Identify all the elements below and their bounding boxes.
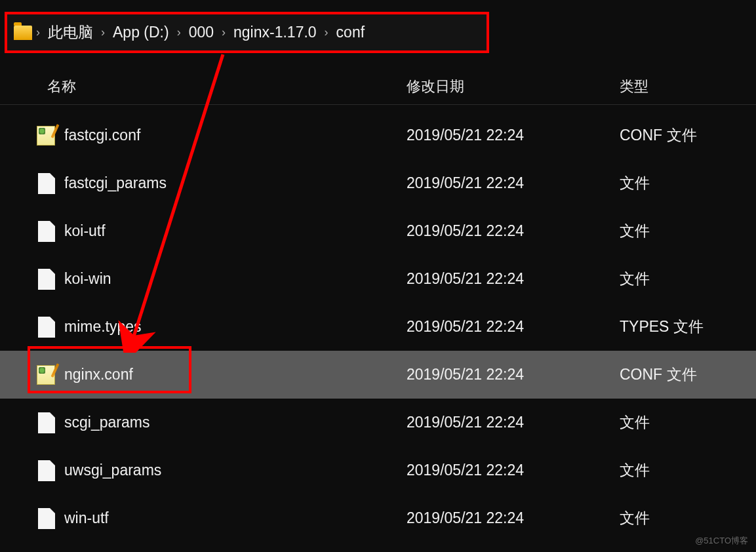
- file-icon: [38, 317, 55, 338]
- file-modified: 2019/05/21 22:24: [407, 414, 620, 431]
- breadcrumb-item[interactable]: App (D:): [105, 24, 177, 41]
- file-row[interactable]: win-utf2019/05/21 22:24文件: [0, 494, 756, 542]
- file-name: scgi_params: [64, 414, 407, 431]
- breadcrumb-item[interactable]: nginx-1.17.0: [226, 24, 325, 41]
- file-type: 文件: [620, 460, 650, 481]
- file-modified: 2019/05/21 22:24: [407, 222, 620, 240]
- file-name: koi-utf: [64, 222, 407, 240]
- breadcrumb[interactable]: › 此电脑 › App (D:) › 000 › nginx-1.17.0 › …: [5, 12, 489, 53]
- file-type: CONF 文件: [620, 125, 697, 146]
- file-type: TYPES 文件: [620, 317, 704, 337]
- breadcrumb-item[interactable]: 000: [181, 24, 222, 41]
- column-header-modified[interactable]: 修改日期: [407, 77, 620, 96]
- file-row[interactable]: koi-utf2019/05/21 22:24文件: [0, 207, 756, 255]
- file-modified: 2019/05/21 22:24: [407, 270, 620, 288]
- file-row[interactable]: mime.types2019/05/21 22:24TYPES 文件: [0, 303, 756, 351]
- file-modified: 2019/05/21 22:24: [407, 509, 620, 527]
- folder-icon: [14, 26, 32, 40]
- breadcrumb-item[interactable]: conf: [328, 24, 372, 41]
- file-name: win-utf: [64, 509, 407, 527]
- file-icon: [38, 221, 55, 242]
- file-row[interactable]: koi-win2019/05/21 22:24文件: [0, 255, 756, 303]
- watermark: @51CTO博客: [695, 535, 748, 547]
- file-name: nginx.conf: [64, 366, 407, 384]
- file-type: 文件: [620, 269, 650, 289]
- conf-file-icon: [37, 126, 55, 146]
- file-name: koi-win: [64, 270, 407, 288]
- file-modified: 2019/05/21 22:24: [407, 462, 620, 479]
- file-modified: 2019/05/21 22:24: [407, 318, 620, 336]
- file-modified: 2019/05/21 22:24: [407, 366, 620, 384]
- file-row[interactable]: fastcgi.conf2019/05/21 22:24CONF 文件: [0, 111, 756, 159]
- file-row[interactable]: uwsgi_params2019/05/21 22:24文件: [0, 446, 756, 494]
- file-modified: 2019/05/21 22:24: [407, 174, 620, 192]
- column-header-name[interactable]: 名称: [0, 77, 407, 96]
- file-modified: 2019/05/21 22:24: [407, 127, 620, 144]
- file-name: fastcgi_params: [64, 174, 407, 192]
- column-header-type[interactable]: 类型: [620, 77, 648, 96]
- file-type: 文件: [620, 412, 650, 433]
- conf-file-icon: [37, 365, 55, 385]
- file-type: 文件: [620, 173, 650, 193]
- file-icon: [38, 460, 55, 481]
- column-headers: 名称 修改日期 类型: [0, 69, 756, 105]
- file-type: CONF 文件: [620, 365, 697, 385]
- file-icon: [38, 508, 55, 529]
- file-type: 文件: [620, 221, 650, 241]
- file-list: fastcgi.conf2019/05/21 22:24CONF 文件fastc…: [0, 111, 756, 542]
- file-name: mime.types: [64, 318, 407, 336]
- file-name: fastcgi.conf: [64, 127, 407, 144]
- file-type: 文件: [620, 508, 650, 528]
- file-icon: [38, 412, 55, 433]
- file-row[interactable]: fastcgi_params2019/05/21 22:24文件: [0, 159, 756, 207]
- file-row[interactable]: scgi_params2019/05/21 22:24文件: [0, 399, 756, 446]
- file-icon: [38, 269, 55, 290]
- file-icon: [38, 173, 55, 194]
- breadcrumb-item[interactable]: 此电脑: [40, 22, 101, 43]
- file-name: uwsgi_params: [64, 462, 407, 479]
- file-row[interactable]: nginx.conf2019/05/21 22:24CONF 文件: [0, 351, 756, 399]
